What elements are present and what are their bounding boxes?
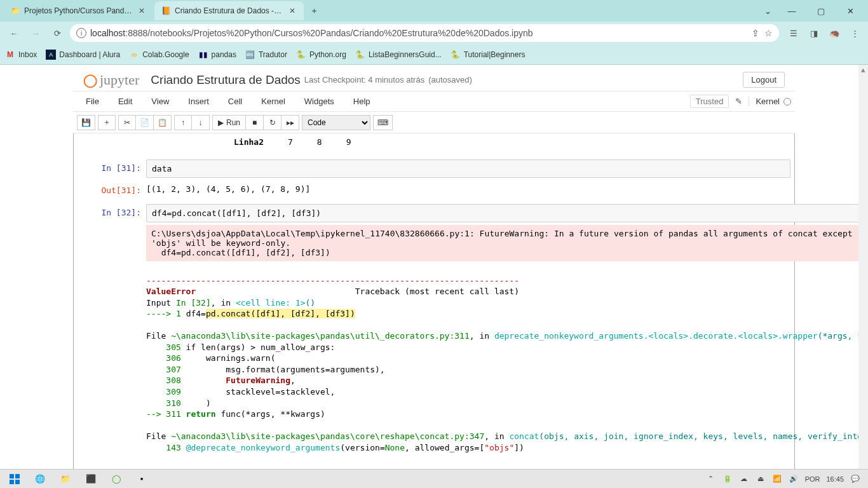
cell-type-select[interactable]: Code xyxy=(302,115,370,130)
scrollbar[interactable]: ▴ xyxy=(858,65,868,469)
menu-widgets[interactable]: Widgets xyxy=(295,94,343,109)
onedrive-icon[interactable]: ☁ xyxy=(739,474,749,484)
notifications-icon[interactable]: 💬 xyxy=(850,474,860,484)
reload-button[interactable]: ⟳ xyxy=(48,24,66,42)
taskbar-chrome[interactable]: 🌐 xyxy=(28,470,52,488)
camera-icon[interactable]: ⏏ xyxy=(756,474,766,484)
battery-icon[interactable]: 🔋 xyxy=(722,474,733,484)
svg-rect-2 xyxy=(10,480,14,484)
address-bar[interactable]: i localhost:8888/notebooks/Projetos%20Py… xyxy=(70,24,779,42)
bookmark-colab[interactable]: ∞Colab.Google xyxy=(129,50,189,60)
taskbar-anaconda[interactable]: ◯ xyxy=(104,470,128,488)
taskbar-vscode[interactable]: ⬛ xyxy=(79,470,103,488)
command-palette-button[interactable]: ⌨ xyxy=(373,115,393,130)
output-text: [(1, 2, 3), (4, 5, 6), (7, 8, 9)] xyxy=(146,182,790,195)
side-panel-icon[interactable]: ◨ xyxy=(806,25,822,41)
back-button[interactable]: ← xyxy=(5,24,23,42)
out-prompt: Out[31]: xyxy=(78,182,146,195)
menu-view[interactable]: View xyxy=(142,94,178,109)
move-down-button[interactable]: ↓ xyxy=(192,115,210,130)
in-prompt: In [31]: xyxy=(78,159,146,178)
kebab-menu-icon[interactable]: ⋮ xyxy=(846,25,863,41)
bookmark-pandas[interactable]: ▮▮pandas xyxy=(198,50,236,60)
jupyter-logo[interactable]: ◯jupyter xyxy=(83,72,139,88)
bookmark-inbox[interactable]: MInbox xyxy=(5,50,37,60)
language-indicator[interactable]: POR xyxy=(805,475,820,483)
python-icon: 🐍 xyxy=(451,50,461,60)
taskbar-explorer[interactable]: 📁 xyxy=(53,470,78,488)
toolbar: 💾 ＋ ✂ 📄 📋 ↑ ↓ ▶ Run ■ ↻ ▸▸ Code ⌨ xyxy=(73,112,795,133)
bookmark-tutorial[interactable]: 🐍Tutorial|Beginners xyxy=(451,50,526,60)
notebook-name[interactable]: Criando Estrutura de Dados xyxy=(151,73,301,87)
pandas-icon: ▮▮ xyxy=(198,50,208,60)
cell-32[interactable]: In [32]: df4=pd.concat([df1], [df2], [df… xyxy=(78,204,790,456)
menu-file[interactable]: File xyxy=(77,94,108,109)
maximize-button[interactable]: ▢ xyxy=(807,1,835,20)
kernel-indicator[interactable]: Kernel xyxy=(749,97,791,106)
pencil-icon[interactable]: ✎ xyxy=(735,97,742,106)
menu-cell[interactable]: Cell xyxy=(219,94,251,109)
start-button[interactable] xyxy=(3,470,27,488)
tab-title: Projetos Python/Cursos Pandas/ xyxy=(24,6,133,15)
bookmark-tradutor[interactable]: 🔤Tradutor xyxy=(245,50,287,60)
close-icon[interactable]: ✕ xyxy=(287,6,297,16)
code-input[interactable]: data xyxy=(146,159,790,178)
taskbar-terminal[interactable]: ▪ xyxy=(130,470,154,488)
checkpoint-text: Last Checkpoint: 4 minutos atrás xyxy=(304,75,424,85)
svg-rect-1 xyxy=(15,474,20,478)
stop-button[interactable]: ■ xyxy=(246,115,264,130)
colab-icon: ∞ xyxy=(129,50,139,60)
menubar: File Edit View Insert Cell Kernel Widget… xyxy=(73,92,795,112)
add-cell-button[interactable]: ＋ xyxy=(98,115,116,130)
run-button[interactable]: ▶ Run xyxy=(212,115,246,130)
menu-insert[interactable]: Insert xyxy=(179,94,218,109)
site-info-icon[interactable]: i xyxy=(76,28,86,38)
star-icon[interactable]: ☆ xyxy=(764,28,773,38)
tabs-chevron-icon[interactable]: ⌄ xyxy=(759,1,776,20)
minimize-button[interactable]: — xyxy=(778,1,806,20)
tab-title: Criando Estrutura de Dados - Jup xyxy=(175,6,283,15)
notebook-icon: 📙 xyxy=(161,6,171,16)
share-icon[interactable]: ⇪ xyxy=(752,28,759,38)
taskbar: 🌐 📁 ⬛ ◯ ▪ ⌃ 🔋 ☁ ⏏ 📶 🔊 POR 16:45 💬 xyxy=(0,469,868,488)
move-up-button[interactable]: ↑ xyxy=(174,115,192,130)
menu-kernel[interactable]: Kernel xyxy=(252,94,294,109)
copy-button[interactable]: 📄 xyxy=(136,115,154,130)
cell-31[interactable]: In [31]: data xyxy=(78,159,790,178)
restart-button[interactable]: ↻ xyxy=(264,115,281,130)
profile-icon[interactable]: 🦔 xyxy=(826,25,843,41)
volume-icon[interactable]: 🔊 xyxy=(789,474,799,484)
restart-run-button[interactable]: ▸▸ xyxy=(281,115,299,130)
bookmark-alura[interactable]: ADashboard | Alura xyxy=(46,50,120,60)
scroll-up-icon[interactable]: ▴ xyxy=(858,65,868,74)
warning-output: C:\Users\dsjoa\AppData\Local\Temp\ipyker… xyxy=(146,225,868,261)
wifi-icon[interactable]: 📶 xyxy=(772,474,782,484)
paste-button[interactable]: 📋 xyxy=(154,115,172,130)
reading-list-icon[interactable]: ☰ xyxy=(785,25,802,41)
jupyter-logo-icon: ◯ xyxy=(83,72,97,88)
tab-active[interactable]: 📙 Criando Estrutura de Dados - Jup ✕ xyxy=(154,1,304,20)
translate-icon: 🔤 xyxy=(245,50,255,60)
cut-button[interactable]: ✂ xyxy=(118,115,136,130)
bookmark-python-org[interactable]: 🐍Python.org xyxy=(296,50,346,60)
alura-icon: A xyxy=(46,50,56,60)
close-window-button[interactable]: ✕ xyxy=(836,1,864,20)
tray-chevron-icon[interactable]: ⌃ xyxy=(706,474,716,484)
bookmark-beginners-guide[interactable]: 🐍ListaBeginnersGuid... xyxy=(355,50,442,60)
jupyter-header: ◯jupyter Criando Estrutura de Dados Last… xyxy=(73,65,795,92)
menu-help[interactable]: Help xyxy=(344,94,379,109)
close-icon[interactable]: ✕ xyxy=(137,6,147,16)
svg-rect-0 xyxy=(10,474,14,478)
new-tab-button[interactable]: ＋ xyxy=(305,2,323,20)
tab-inactive[interactable]: 📁 Projetos Python/Cursos Pandas/ ✕ xyxy=(4,1,153,20)
forward-button[interactable]: → xyxy=(27,24,44,42)
clock[interactable]: 16:45 xyxy=(826,475,844,483)
folder-icon: 📁 xyxy=(10,6,20,16)
menu-edit[interactable]: Edit xyxy=(109,94,141,109)
code-input[interactable]: df4=pd.concat([df1], [df2], [df3]) xyxy=(146,204,868,222)
trusted-badge[interactable]: Trusted xyxy=(690,95,729,108)
svg-rect-3 xyxy=(15,480,20,484)
save-button[interactable]: 💾 xyxy=(77,115,95,130)
dataframe-output-row: Linha2789 xyxy=(74,133,794,149)
logout-button[interactable]: Logout xyxy=(743,72,785,88)
